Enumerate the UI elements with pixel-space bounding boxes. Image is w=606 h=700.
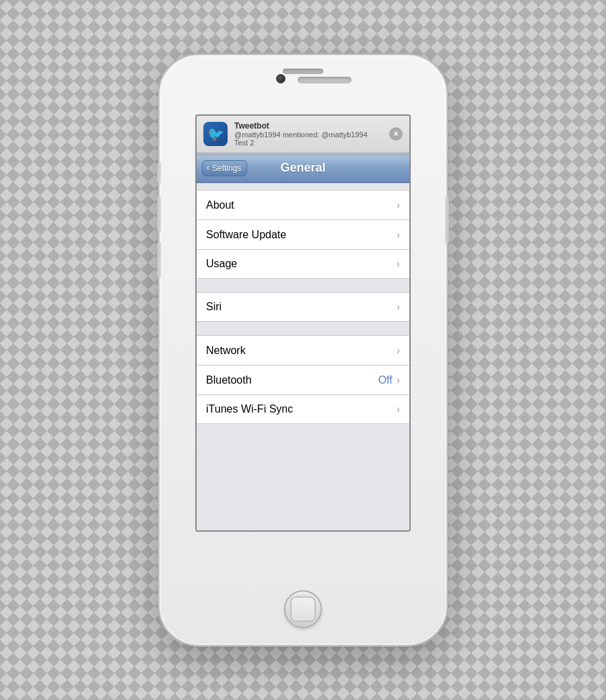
mute-button[interactable]	[157, 163, 161, 183]
home-button-area	[284, 590, 322, 628]
phone-top	[160, 55, 446, 74]
front-camera	[276, 74, 285, 83]
cell-label-software-update: Software Update	[206, 229, 397, 241]
navigation-bar: ‹ Settings General	[197, 153, 409, 183]
volume-down-button[interactable]	[157, 242, 161, 277]
settings-group-2: Siri ›	[197, 292, 409, 322]
power-button[interactable]	[445, 197, 449, 244]
cell-label-itunes-wifi-sync: iTunes Wi-Fi Sync	[206, 403, 397, 415]
chevron-icon-software-update: ›	[397, 229, 400, 241]
chevron-icon-network: ›	[397, 345, 400, 357]
top-speaker	[283, 69, 323, 74]
notification-message: @mattyb1994 mentioned: @mattyb1994 Test …	[234, 131, 382, 147]
settings-cell-usage[interactable]: Usage ›	[197, 249, 409, 279]
notification-app-icon	[203, 122, 228, 146]
settings-cell-bluetooth[interactable]: Bluetooth Off ›	[197, 365, 409, 394]
cell-label-usage: Usage	[206, 258, 397, 270]
cell-label-network: Network	[206, 345, 397, 357]
back-chevron-icon: ‹	[207, 163, 209, 172]
phone-shell: Tweetbot @mattyb1994 mentioned: @mattyb1…	[158, 54, 448, 646]
back-button-label: Settings	[212, 164, 241, 173]
notification-banner[interactable]: Tweetbot @mattyb1994 mentioned: @mattyb1…	[197, 116, 409, 153]
settings-group-3: Network › Bluetooth Off › iTunes Wi-Fi S…	[197, 335, 409, 424]
bluetooth-value: Off	[378, 374, 393, 386]
cell-label-about: About	[206, 199, 397, 211]
chevron-icon-bluetooth: ›	[397, 374, 400, 386]
screen: Tweetbot @mattyb1994 mentioned: @mattyb1…	[195, 114, 411, 532]
settings-group-1: About › Software Update › Usage ›	[197, 190, 409, 279]
notification-app-name: Tweetbot	[234, 121, 382, 131]
notification-text: Tweetbot @mattyb1994 mentioned: @mattyb1…	[234, 121, 382, 147]
back-button[interactable]: ‹ Settings	[202, 160, 247, 176]
chevron-icon-about: ›	[397, 199, 400, 211]
settings-content: About › Software Update › Usage › Siri ›	[197, 183, 409, 530]
settings-cell-itunes-wifi-sync[interactable]: iTunes Wi-Fi Sync ›	[197, 394, 409, 424]
home-button[interactable]	[284, 590, 322, 628]
cell-label-siri: Siri	[206, 301, 397, 313]
settings-cell-about[interactable]: About ›	[197, 190, 409, 219]
page-title: General	[280, 161, 325, 175]
chevron-icon-itunes-wifi-sync: ›	[397, 403, 400, 415]
home-button-inner	[290, 596, 316, 622]
notification-close-button[interactable]: ×	[389, 127, 403, 141]
settings-cell-software-update[interactable]: Software Update ›	[197, 219, 409, 249]
chevron-icon-usage: ›	[397, 258, 400, 270]
settings-cell-network[interactable]: Network ›	[197, 335, 409, 365]
cell-label-bluetooth: Bluetooth	[206, 374, 378, 386]
volume-up-button[interactable]	[157, 197, 161, 232]
ear-speaker	[298, 77, 351, 83]
settings-cell-siri[interactable]: Siri ›	[197, 292, 409, 322]
chevron-icon-siri: ›	[397, 301, 400, 313]
